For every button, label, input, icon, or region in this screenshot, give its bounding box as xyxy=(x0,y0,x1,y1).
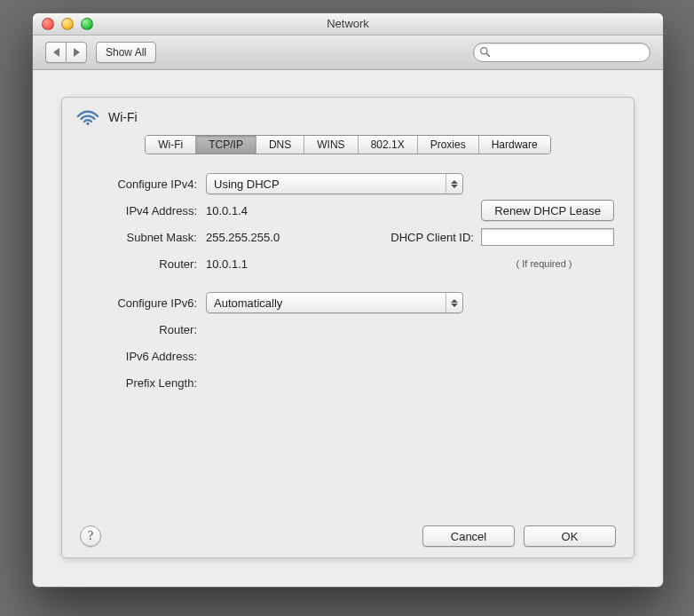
traffic-lights xyxy=(42,18,93,30)
tab-bar: Wi-FiTCP/IPDNSWINS802.1XProxiesHardware xyxy=(62,135,634,154)
tab-wins[interactable]: WINS xyxy=(304,136,358,154)
tcpip-form: Configure IPv4: Using DHCP IPv4 Address:… xyxy=(62,154,634,405)
renew-dhcp-lease-button[interactable]: Renew DHCP Lease xyxy=(481,200,614,221)
select-stepper-icon xyxy=(446,174,462,193)
wifi-icon xyxy=(76,108,99,126)
tab-8021x[interactable]: 802.1X xyxy=(359,136,418,154)
search-input[interactable] xyxy=(473,43,651,62)
service-name: Wi-Fi xyxy=(108,110,138,124)
chevron-left-icon xyxy=(53,48,59,57)
configure-ipv4-value: Using DHCP xyxy=(214,178,280,191)
tab-dns[interactable]: DNS xyxy=(256,136,304,154)
search-icon xyxy=(479,46,491,58)
toolbar: Show All xyxy=(33,36,663,70)
content-area: Wi-Fi Wi-FiTCP/IPDNSWINS802.1XProxiesHar… xyxy=(33,70,663,588)
close-icon[interactable] xyxy=(42,18,54,30)
dhcp-client-id-note: ( If required ) xyxy=(517,258,572,269)
advanced-sheet: Wi-Fi Wi-FiTCP/IPDNSWINS802.1XProxiesHar… xyxy=(61,97,635,558)
cancel-button[interactable]: Cancel xyxy=(422,525,515,547)
zoom-icon[interactable] xyxy=(81,18,93,30)
configure-ipv4-label: Configure IPv4: xyxy=(82,178,206,191)
forward-button[interactable] xyxy=(66,42,87,63)
configure-ipv6-label: Configure IPv6: xyxy=(82,296,206,310)
configure-ipv6-select[interactable]: Automatically xyxy=(206,292,463,313)
minimize-icon[interactable] xyxy=(61,18,74,30)
window-title: Network xyxy=(327,17,369,30)
ipv4-address-label: IPv4 Address: xyxy=(82,204,206,217)
svg-point-2 xyxy=(86,122,89,125)
nav-back-forward xyxy=(45,42,87,63)
dhcp-client-id-label: DHCP Client ID: xyxy=(390,231,474,244)
select-stepper-icon xyxy=(446,293,462,312)
help-button[interactable]: ? xyxy=(80,525,101,547)
sheet-header: Wi-Fi xyxy=(62,98,634,130)
tab-tcpip[interactable]: TCP/IP xyxy=(196,136,256,154)
dhcp-client-id-input[interactable] xyxy=(481,228,614,246)
prefix-length-label: Prefix Length: xyxy=(82,376,206,390)
tab-proxies[interactable]: Proxies xyxy=(418,136,479,154)
titlebar: Network xyxy=(33,13,663,36)
router-value: 10.0.1.1 xyxy=(206,257,248,271)
ipv4-address-value: 10.0.1.4 xyxy=(206,204,248,217)
chevron-right-icon xyxy=(74,48,80,57)
svg-line-1 xyxy=(486,53,489,56)
router6-label: Router: xyxy=(82,323,206,336)
configure-ipv6-value: Automatically xyxy=(214,296,282,310)
ipv6-address-label: IPv6 Address: xyxy=(82,350,206,363)
search-field[interactable] xyxy=(473,43,651,62)
tab-hardware[interactable]: Hardware xyxy=(479,136,550,154)
ok-button[interactable]: OK xyxy=(524,525,616,547)
show-all-button[interactable]: Show All xyxy=(96,42,156,63)
network-preferences-window: Network Show All xyxy=(32,12,664,588)
subnet-mask-value: 255.255.255.0 xyxy=(206,231,280,244)
configure-ipv4-select[interactable]: Using DHCP xyxy=(206,173,463,194)
sheet-footer: ? Cancel OK xyxy=(62,525,634,547)
back-button[interactable] xyxy=(45,42,66,63)
subnet-mask-label: Subnet Mask: xyxy=(82,231,206,244)
tab-wifi[interactable]: Wi-Fi xyxy=(146,136,196,154)
router-label: Router: xyxy=(82,257,206,271)
